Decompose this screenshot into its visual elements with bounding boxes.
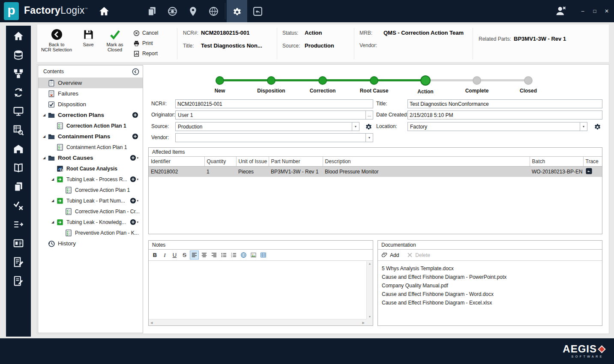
- tree-item-preventive-action-plan-k[interactable]: Preventive Action Plan - K...: [38, 227, 143, 238]
- column-header-batch[interactable]: Batch: [530, 157, 583, 166]
- location-pin-icon[interactable]: [183, 0, 203, 22]
- tree-item-overview[interactable]: Overview: [38, 78, 143, 88]
- add-root-causes-button[interactable]: ▾: [130, 155, 138, 161]
- chevron-down-icon[interactable]: [580, 122, 587, 131]
- back-to-ncr-selection-button[interactable]: Back toNCR Selection: [40, 29, 73, 52]
- globe-icon[interactable]: [203, 0, 224, 22]
- date-created-input[interactable]: [407, 110, 602, 119]
- add-tubing-leak-process-r-button[interactable]: ▾: [130, 176, 138, 182]
- vendor-dropdown[interactable]: [175, 133, 373, 142]
- tree-expander-icon[interactable]: ◢: [49, 177, 56, 181]
- delete-document-button[interactable]: Delete: [407, 252, 430, 258]
- italic-button[interactable]: I: [160, 251, 169, 260]
- tree-item-corrective-action-plan-cr[interactable]: Corrective Action Plan - Cr...: [38, 206, 143, 217]
- minimize-button[interactable]: –: [580, 8, 586, 14]
- tree-item-correction-plans[interactable]: ◢Correction Plans: [38, 110, 143, 120]
- sidebar-sync-icon[interactable]: [6, 83, 31, 102]
- tree-item-root-causes[interactable]: ◢Root Causes▾: [38, 152, 143, 163]
- add-correction-plans-button[interactable]: [132, 112, 138, 118]
- close-button[interactable]: ✕: [604, 8, 610, 14]
- link-button[interactable]: [239, 251, 248, 260]
- underline-button[interactable]: U: [170, 251, 179, 260]
- report-button[interactable]: Report: [133, 48, 174, 59]
- sidebar-inspection-icon[interactable]: [6, 121, 31, 140]
- save-button[interactable]: Save: [78, 29, 99, 47]
- add-tubing-leak-part-num-button[interactable]: ▾: [130, 197, 138, 204]
- sidebar-note-edit-icon[interactable]: [6, 272, 31, 290]
- tree-item-disposition[interactable]: Disposition: [38, 99, 143, 110]
- column-header-trace[interactable]: Trace: [583, 157, 602, 166]
- source-dropdown[interactable]: Production: [175, 122, 359, 131]
- source-settings-gear-icon[interactable]: [365, 122, 373, 131]
- sidebar-monitor-icon[interactable]: [6, 102, 31, 121]
- sidebar-report-edit-icon[interactable]: [6, 253, 31, 272]
- tree-item-failures[interactable]: Failures: [38, 88, 143, 99]
- tree-item-tubing-leak-part-num[interactable]: ◢Tubing Leak - Part Num...▾: [38, 195, 143, 206]
- tree-item-tubing-leak-process-r[interactable]: ◢Tubing Leak - Process R...▾: [38, 174, 143, 185]
- list-item[interactable]: Cause and Effect Fishbone Diagram - Exce…: [378, 298, 602, 307]
- add-document-button[interactable]: Add: [381, 252, 399, 258]
- network-sphere-icon[interactable]: [162, 0, 183, 22]
- add-containment-plans-button[interactable]: [132, 133, 138, 140]
- column-header-description[interactable]: Description: [323, 157, 530, 166]
- tree-expander-icon[interactable]: ◢: [49, 199, 56, 203]
- list-item[interactable]: Cause and Effect Fishbone Diagram - Powe…: [378, 273, 602, 281]
- tree-expander-icon[interactable]: ◢: [49, 220, 56, 224]
- tree-item-containment-action-plan-1[interactable]: Containment Action Plan 1: [38, 142, 143, 152]
- table-row[interactable]: EN20180021PiecesBP3MV1-3W - Rev 1Blood P…: [149, 166, 602, 177]
- history-undo-icon[interactable]: [247, 0, 268, 22]
- mark-as-closed-button[interactable]: Mark asClosed: [102, 29, 128, 52]
- align-center-button[interactable]: [200, 251, 209, 260]
- location-dropdown[interactable]: Factory: [407, 122, 587, 131]
- affected-items-header[interactable]: IdentifierQuantityUnit of IssuePart Numb…: [149, 157, 602, 166]
- sidebar-materials-icon[interactable]: [6, 45, 31, 64]
- user-logout-icon[interactable]: [555, 5, 567, 17]
- tree-expander-icon[interactable]: ◢: [41, 134, 48, 138]
- list-item[interactable]: Company Quality Manual.pdf: [378, 281, 602, 290]
- sidebar-quality-icon[interactable]: [6, 196, 31, 215]
- list-item[interactable]: Cause and Effect Fishbone Diagram - Word…: [378, 290, 602, 298]
- print-button[interactable]: Print: [133, 38, 174, 48]
- bold-button[interactable]: B: [150, 251, 159, 260]
- sidebar-transfer-icon[interactable]: [6, 215, 31, 234]
- tree-item-root-cause-analysis[interactable]: Root Cause Analysis: [38, 163, 143, 174]
- originator-field[interactable]: User 1 ...: [175, 110, 373, 119]
- notes-horizontal-scrollbar[interactable]: ◀▶: [149, 319, 366, 325]
- column-header-part-number[interactable]: Part Number: [269, 157, 323, 166]
- location-settings-gear-icon[interactable]: [593, 122, 602, 131]
- column-header-quantity[interactable]: Quantity: [204, 157, 236, 166]
- add-tubing-leak-knowledg-button[interactable]: ▾: [130, 219, 138, 225]
- tree-item-containment-plans[interactable]: ◢Containment Plans: [38, 131, 143, 142]
- copy-pages-icon[interactable]: [141, 0, 162, 22]
- table-button[interactable]: [259, 251, 268, 260]
- sidebar-home-icon[interactable]: [6, 27, 31, 45]
- tree-item-corrective-action-plan-1[interactable]: Corrective Action Plan 1: [38, 185, 143, 195]
- notes-vertical-scrollbar[interactable]: ▲▼: [366, 261, 373, 319]
- trace-icon[interactable]: [585, 167, 593, 175]
- sidebar-warehouse-icon[interactable]: [6, 140, 31, 158]
- collapse-panel-icon[interactable]: [132, 68, 139, 75]
- tree-item-tubing-leak-knowledg[interactable]: ◢Tubing Leak - Knowledg...▾: [38, 217, 143, 227]
- chevron-down-icon[interactable]: [352, 122, 359, 131]
- tree-expander-icon[interactable]: ◢: [41, 113, 48, 117]
- sidebar-badge-icon[interactable]: [6, 234, 31, 253]
- image-button[interactable]: [249, 251, 258, 260]
- sidebar-assembly-icon[interactable]: [6, 64, 31, 83]
- tree-item-correction-action-plan-1[interactable]: Correction Action Plan 1: [38, 120, 143, 131]
- cancel-button[interactable]: Cancel: [133, 28, 174, 38]
- strikethrough-button[interactable]: S: [180, 251, 189, 260]
- tree-expander-icon[interactable]: ◢: [41, 156, 48, 160]
- gear-icon[interactable]: [227, 0, 247, 22]
- maximize-button[interactable]: □: [592, 8, 598, 14]
- column-header-identifier[interactable]: Identifier: [149, 157, 204, 166]
- originator-browse-button[interactable]: ...: [365, 111, 373, 119]
- chevron-down-icon[interactable]: [365, 134, 373, 142]
- tree-item-history[interactable]: History: [38, 238, 143, 249]
- notes-editor[interactable]: [149, 261, 366, 319]
- column-header-unit-of-issue[interactable]: Unit of Issue: [236, 157, 269, 166]
- list-item[interactable]: 5 Whys Analysis Template.docx: [378, 264, 602, 273]
- home-icon[interactable]: [99, 6, 110, 17]
- sidebar-documents-icon[interactable]: [6, 177, 31, 196]
- align-right-button[interactable]: [210, 251, 219, 260]
- align-left-button[interactable]: [190, 251, 199, 260]
